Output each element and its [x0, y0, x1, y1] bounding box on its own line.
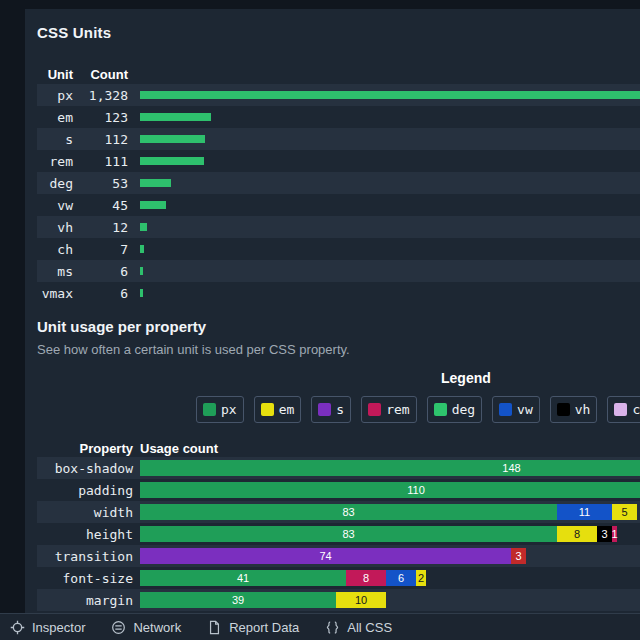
legend-item-px[interactable]: px: [196, 396, 244, 423]
unit-count-bar: [140, 201, 166, 209]
unit-bar-track: [138, 223, 640, 231]
segment-rem: 1: [612, 526, 617, 542]
unit-count-bar: [140, 223, 147, 231]
segment-px: 83: [140, 526, 557, 542]
legend-item-ch[interactable]: ch: [607, 396, 640, 423]
segment-px: 110: [140, 482, 640, 498]
units-table: Unit Count px1,328em123s112rem111deg53vw…: [37, 66, 640, 304]
unit-count-bar: [140, 179, 171, 187]
property-usage-chart: Property Usage count box-shadow148paddin…: [37, 439, 640, 613]
segment-em: 5: [612, 504, 637, 520]
unit-count: 111: [83, 154, 128, 169]
unit-count: 45: [83, 198, 128, 213]
legend-item-rem[interactable]: rem: [361, 396, 416, 423]
section-subtitle: See how often a certain unit is used per…: [37, 342, 640, 357]
usage-bar-stack: 83831: [140, 526, 640, 542]
property-name: transition: [37, 549, 133, 564]
unit-row: rem111: [37, 150, 640, 172]
segment-vh: 3: [597, 526, 612, 542]
unit-count: 12: [83, 220, 128, 235]
unit-name: vmax: [37, 286, 73, 301]
unit-bar-track: [138, 135, 640, 143]
legend-item-em[interactable]: em: [254, 396, 302, 423]
s-color-swatch: [318, 403, 331, 416]
unit-count-bar: [140, 135, 205, 143]
unit-name: px: [37, 88, 73, 103]
segment-vw: 6: [386, 570, 416, 586]
tab-label: All CSS: [347, 620, 392, 635]
unit-name: ch: [37, 242, 73, 257]
legend-item-label: vw: [517, 402, 533, 417]
unit-bar-track: [138, 245, 640, 253]
rem-color-swatch: [368, 403, 381, 416]
unit-bar-track: [138, 157, 640, 165]
tab-network[interactable]: Network: [111, 620, 181, 635]
chart-header-property: Property: [37, 441, 133, 456]
usage-bar-stack: 148: [140, 460, 640, 476]
unit-bar-track: [138, 113, 640, 121]
unit-count-bar: [140, 157, 204, 165]
segment-s: 74: [140, 548, 511, 564]
unit-count-bar: [140, 245, 144, 253]
segment-em: 8: [557, 526, 597, 542]
legend-title: Legend: [25, 370, 640, 386]
unit-row: s112: [37, 128, 640, 150]
segment-ms: 3: [511, 548, 526, 564]
usage-bar-stack: 83115: [140, 504, 640, 520]
property-name: font-size: [37, 571, 133, 586]
unit-count: 112: [83, 132, 128, 147]
section-title: Unit usage per property: [37, 318, 640, 335]
property-name: width: [37, 505, 133, 520]
legend-item-s[interactable]: s: [311, 396, 351, 423]
unit-count: 123: [83, 110, 128, 125]
tab-inspector[interactable]: Inspector: [10, 620, 85, 635]
unit-count: 7: [83, 242, 128, 257]
segment-px: 148: [140, 460, 640, 476]
segment-px: 41: [140, 570, 346, 586]
unit-row: deg53: [37, 172, 640, 194]
vh-color-swatch: [557, 403, 570, 416]
network-icon: [111, 620, 126, 635]
page-title: CSS Units: [37, 24, 640, 41]
segment-px: 83: [140, 504, 557, 520]
unit-count: 53: [83, 176, 128, 191]
tab-all-css[interactable]: All CSS: [325, 620, 392, 635]
unit-bar-track: [138, 91, 640, 99]
unit-count: 6: [83, 286, 128, 301]
unit-row: ch7: [37, 238, 640, 260]
devtools-tabbar: InspectorNetworkReport DataAll CSS: [0, 613, 640, 640]
vw-color-swatch: [499, 403, 512, 416]
legend-item-vw[interactable]: vw: [492, 396, 540, 423]
legend-item-label: deg: [452, 402, 475, 417]
chart-header-usage-count: Usage count: [140, 441, 640, 456]
property-name: height: [37, 527, 133, 542]
usage-bar-stack: 110: [140, 482, 640, 498]
unit-row: px1,328: [37, 84, 640, 106]
report-data-icon: [207, 620, 222, 635]
unit-name: s: [37, 132, 73, 147]
property-row: margin3910: [37, 589, 640, 611]
property-row: height83831: [37, 523, 640, 545]
unit-bar-track: [138, 201, 640, 209]
property-row: width83115: [37, 501, 640, 523]
property-name: margin: [37, 593, 133, 608]
tab-report-data[interactable]: Report Data: [207, 620, 299, 635]
units-table-header-count: Count: [83, 67, 128, 82]
legend-item-label: vh: [575, 402, 591, 417]
legend-item-label: rem: [386, 402, 409, 417]
tab-label: Inspector: [32, 620, 85, 635]
unit-count: 1,328: [83, 88, 128, 103]
legend-item-label: px: [221, 402, 237, 417]
legend-item-vh[interactable]: vh: [550, 396, 598, 423]
legend-item-label: ch: [632, 402, 640, 417]
legend-item-label: em: [279, 402, 295, 417]
unit-row: vmax6: [37, 282, 640, 304]
legend-item-deg[interactable]: deg: [427, 396, 482, 423]
css-report-panel: CSS Units Unit Count px1,328em123s112rem…: [25, 9, 640, 613]
property-row: padding110: [37, 479, 640, 501]
unit-row: ms6: [37, 260, 640, 282]
property-name: padding: [37, 483, 133, 498]
property-row: transition743: [37, 545, 640, 567]
usage-bar-stack: 41862: [140, 570, 640, 586]
em-color-swatch: [261, 403, 274, 416]
